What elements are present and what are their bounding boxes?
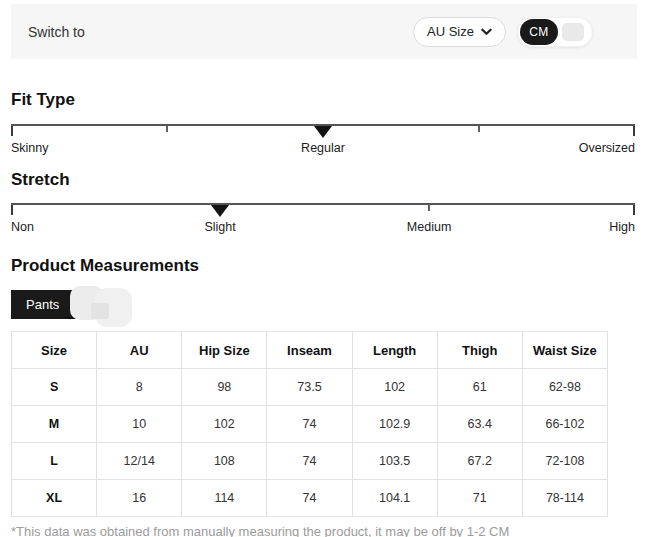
scale-label-high: High: [609, 220, 635, 234]
table-cell: 104.1: [352, 480, 437, 517]
fit-type-marker-icon: [314, 126, 332, 138]
table-cell: 10: [97, 406, 182, 443]
table-cell: 16: [97, 480, 182, 517]
stretch-heading: Stretch: [11, 169, 651, 190]
table-cell: M: [12, 406, 97, 443]
table-cell: 103.5: [352, 443, 437, 480]
table-cell: 98: [182, 369, 267, 406]
stretch-marker-icon: [211, 205, 229, 217]
table-cell: 67.2: [437, 443, 522, 480]
fit-type-labels: Skinny Regular Oversized: [11, 141, 635, 157]
measurement-disclaimer: *This data was obtained from manually me…: [11, 524, 651, 537]
unit-toggle-cm-option[interactable]: CM: [520, 19, 558, 45]
measurements-table: SizeAUHip SizeInseamLengthThighWaist Siz…: [11, 331, 608, 517]
table-row: XL1611474104.17178-114: [12, 480, 608, 517]
table-cell: 66-102: [522, 406, 607, 443]
table-row: S89873.51026162-98: [12, 369, 608, 406]
table-cell: 8: [97, 369, 182, 406]
column-header: Length: [352, 332, 437, 369]
scale-label-slight: Slight: [204, 220, 235, 234]
stretch-labels: Non Slight Medium High: [11, 220, 635, 236]
table-row: M1010274102.963.466-102: [12, 406, 608, 443]
table-cell: 102: [182, 406, 267, 443]
scale-tick: [166, 126, 168, 132]
table-cell: 74: [267, 443, 352, 480]
stretch-track: [11, 203, 635, 215]
stretch-scale: Non Slight Medium High: [11, 203, 635, 236]
measurements-tabbar: Pants: [11, 290, 635, 319]
table-cell: 71: [437, 480, 522, 517]
table-cell: 62-98: [522, 369, 607, 406]
product-measurements-heading: Product Measurements: [11, 255, 651, 276]
unit-toggle[interactable]: CM: [517, 17, 593, 47]
switch-to-label: Switch to: [28, 24, 85, 40]
table-cell: 74: [267, 480, 352, 517]
column-header: Thigh: [437, 332, 522, 369]
fit-type-scale: Skinny Regular Oversized: [11, 124, 635, 157]
scale-label-skinny: Skinny: [11, 141, 49, 155]
size-guide-page: Switch to AU Size CM Fit Type Ski: [11, 4, 651, 537]
table-cell: 108: [182, 443, 267, 480]
table-cell: 114: [182, 480, 267, 517]
column-header: AU: [97, 332, 182, 369]
size-standard-value: AU Size: [427, 24, 474, 39]
scale-label-medium: Medium: [407, 220, 451, 234]
table-cell: 61: [437, 369, 522, 406]
size-standard-dropdown[interactable]: AU Size: [413, 17, 506, 47]
unit-controls: AU Size CM: [413, 17, 593, 47]
scale-tick: [428, 205, 430, 211]
table-cell: 102: [352, 369, 437, 406]
tabbar-underline: [65, 290, 102, 319]
scale-tick: [11, 126, 13, 136]
table-cell: 74: [267, 406, 352, 443]
table-row: L12/1410874103.567.272-108: [12, 443, 608, 480]
unit-toggle-blurred-option[interactable]: [562, 23, 584, 41]
scale-tick: [11, 205, 13, 215]
unit-switch-bar: Switch to AU Size CM: [11, 4, 637, 59]
table-cell: 63.4: [437, 406, 522, 443]
table-header-row: SizeAUHip SizeInseamLengthThighWaist Siz…: [12, 332, 608, 369]
scale-label-non: Non: [11, 220, 34, 234]
table-cell: 102.9: [352, 406, 437, 443]
table-cell: 73.5: [267, 369, 352, 406]
table-cell: L: [12, 443, 97, 480]
scale-tick: [633, 126, 635, 136]
column-header: Waist Size: [522, 332, 607, 369]
scale-label-regular: Regular: [301, 141, 345, 155]
column-header: Hip Size: [182, 332, 267, 369]
table-cell: 72-108: [522, 443, 607, 480]
table-cell: XL: [12, 480, 97, 517]
scale-tick: [633, 205, 635, 215]
scale-tick: [478, 126, 480, 132]
table-cell: 12/14: [97, 443, 182, 480]
column-header: Size: [12, 332, 97, 369]
table-cell: 78-114: [522, 480, 607, 517]
chevron-down-icon: [481, 28, 492, 36]
fit-type-track: [11, 124, 635, 136]
scale-label-oversized: Oversized: [579, 141, 635, 155]
fit-type-heading: Fit Type: [11, 89, 651, 110]
column-header: Inseam: [267, 332, 352, 369]
table-cell: S: [12, 369, 97, 406]
